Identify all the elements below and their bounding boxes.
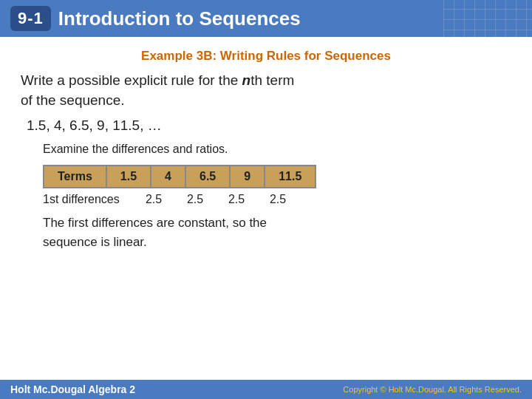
diff-val-3: 2.5 [222,193,251,206]
footer-left-text: Holt Mc.Dougal Algebra 2 [10,383,135,395]
val-cell-4: 9 [230,166,265,188]
main-content: Example 3B: Writing Rules for Sequences … [0,37,532,259]
val-cell-2: 4 [151,166,185,188]
footer-right-text: Copyright © Holt Mc.Dougal. All Rights R… [343,385,522,394]
val-cell-1: 1.5 [106,166,151,188]
conclusion-line1: The first differences are constant, so t… [43,216,267,230]
conclusion-text: The first differences are constant, so t… [43,214,511,251]
diff-values: 2.5 2.5 2.5 2.5 [139,193,293,206]
section-badge: 9-1 [10,6,51,31]
instruction-italic: n [242,72,251,88]
page-title: Introduction to Sequences [58,7,301,30]
instruction-part2: th term [250,72,294,88]
table-header-row: Terms 1.5 4 6.5 9 11.5 [44,166,316,188]
header-grid-decoration [443,0,532,41]
diff-val-4: 2.5 [263,193,293,206]
example-title: Example 3B: Writing Rules for Sequences [21,49,511,64]
instruction-part1: Write a possible explicit rule for the [21,72,242,88]
val-cell-5: 11.5 [265,166,316,188]
diff-val-2: 2.5 [180,193,210,206]
sequence-display: 1.5, 4, 6.5, 9, 11.5, … [27,117,511,134]
conclusion-line2: sequence is linear. [43,235,147,249]
instruction-part3: of the sequence. [21,92,125,108]
diff-label: 1st differences [43,193,139,206]
val-cell-3: 6.5 [185,166,230,188]
instruction-text: Write a possible explicit rule for the n… [21,71,511,110]
diff-val-1: 2.5 [139,193,168,206]
examine-text: Examine the differences and ratios. [43,143,511,156]
differences-row: 1st differences 2.5 2.5 2.5 2.5 [43,193,511,206]
sequence-table: Terms 1.5 4 6.5 9 11.5 [43,165,316,188]
table-wrapper: Terms 1.5 4 6.5 9 11.5 [43,165,511,188]
terms-header-cell: Terms [44,166,106,188]
header: 9-1 Introduction to Sequences [0,0,532,37]
footer: Holt Mc.Dougal Algebra 2 Copyright © Hol… [0,380,532,399]
